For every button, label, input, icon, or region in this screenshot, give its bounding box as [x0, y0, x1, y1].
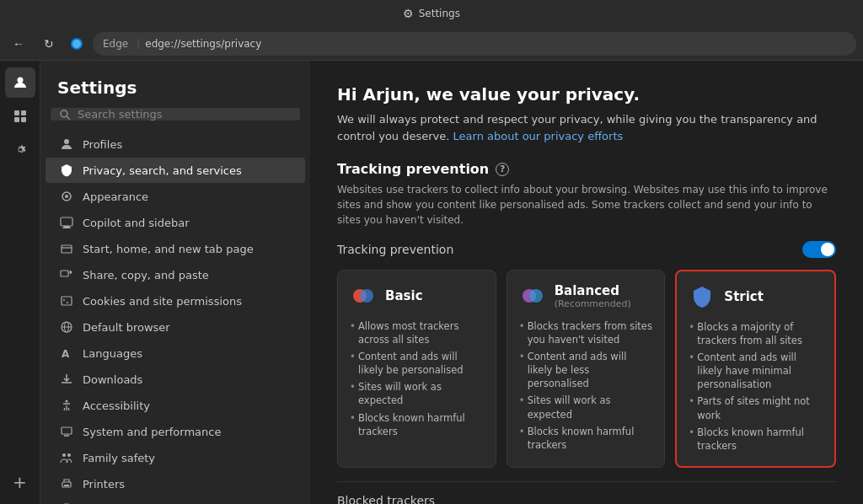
- svg-rect-11: [62, 245, 72, 253]
- sidebar-item-cookies[interactable]: Cookies and site permissions: [46, 288, 305, 314]
- card-bullet: Content and ads will likely be personali…: [350, 348, 484, 378]
- balanced-card-icon: [519, 282, 546, 309]
- default-nav-icon: [59, 319, 74, 335]
- sidebar-item-printers[interactable]: Printers: [46, 471, 305, 496]
- svg-point-7: [64, 139, 69, 144]
- card-bullet: Blocks trackers from sites you haven't v…: [519, 318, 653, 348]
- back-button[interactable]: ←: [7, 32, 30, 56]
- privacy-header: Hi Arjun, we value your privacy. We will…: [337, 84, 836, 144]
- titlebar-label: Settings: [419, 8, 460, 19]
- address-bar[interactable]: Edge | edge://settings/privacy: [93, 32, 856, 56]
- svg-point-9: [65, 195, 68, 198]
- blocked-chevron-icon: ›: [831, 501, 836, 504]
- tracking-info-icon[interactable]: ?: [496, 163, 509, 176]
- svg-rect-12: [61, 271, 68, 276]
- nav-items: ProfilesPrivacy, search, and servicesApp…: [40, 131, 310, 504]
- refresh-button[interactable]: ↻: [37, 32, 61, 56]
- sidebar-item-system[interactable]: System and performance: [46, 419, 305, 444]
- sidebar-item-default[interactable]: Default browser: [46, 314, 305, 340]
- privacy-nav-icon: [59, 163, 74, 178]
- tracking-cards: BasicAllows most trackers across all sit…: [337, 270, 836, 468]
- languages-label: Languages: [83, 347, 142, 360]
- sidebar-item-newtab[interactable]: Start, home, and new tab page: [46, 236, 305, 261]
- card-bullet: Allows most trackers across all sites: [350, 318, 484, 348]
- svg-point-22: [67, 453, 71, 457]
- rail-profile-icon[interactable]: [5, 67, 35, 98]
- tracking-toggle-label: Tracking prevention: [337, 243, 453, 256]
- svg-point-30: [529, 289, 543, 303]
- svg-rect-13: [62, 297, 72, 305]
- profiles-nav-icon: [59, 137, 74, 152]
- card-bullet: Blocks known harmful trackers: [689, 424, 823, 454]
- svg-rect-2: [21, 110, 26, 115]
- card-bullet: Content and ads will likely have minimal…: [689, 349, 823, 393]
- sidebar-title: Settings: [40, 61, 310, 108]
- appearance-nav-icon: [59, 189, 74, 204]
- browser-rail: +: [0, 61, 40, 504]
- titlebar: ⚙ Settings: [0, 0, 863, 27]
- rail-add-icon[interactable]: +: [5, 467, 35, 497]
- sidebar-item-copilot[interactable]: Copilot and sidebar: [46, 210, 305, 235]
- balanced-card-title: Balanced: [555, 283, 631, 298]
- downloads-nav-icon: [59, 372, 74, 387]
- balanced-card-subtitle: (Recommended): [555, 298, 631, 309]
- newtab-label: Start, home, and new tab page: [83, 243, 254, 255]
- share-label: Share, copy, and paste: [83, 269, 209, 281]
- card-basic[interactable]: BasicAllows most trackers across all sit…: [337, 270, 496, 468]
- svg-rect-10: [61, 217, 72, 226]
- svg-line-6: [67, 116, 70, 120]
- card-strict[interactable]: StrictBlocks a majority of trackers from…: [675, 270, 836, 468]
- copilot-label: Copilot and sidebar: [83, 217, 189, 229]
- card-bullet: Blocks known harmful trackers: [350, 410, 484, 440]
- svg-point-0: [17, 78, 23, 83]
- card-bullet: Parts of sites might not work: [689, 393, 823, 423]
- basic-card-icon: [350, 282, 377, 309]
- card-bullet: Content and ads will likely be less pers…: [519, 348, 653, 392]
- share-nav-icon: [59, 267, 74, 282]
- sidebar-item-accessibility[interactable]: Accessibility: [46, 393, 305, 418]
- sidebar-item-privacy[interactable]: Privacy, search, and services: [46, 158, 305, 183]
- svg-text:A: A: [62, 348, 70, 360]
- sidebar-item-appearance[interactable]: Appearance: [46, 184, 305, 209]
- strict-card-title: Strict: [724, 289, 764, 304]
- svg-rect-4: [21, 117, 26, 122]
- sidebar-item-family[interactable]: Family safety: [46, 445, 305, 470]
- settings-sidebar: Settings Search settings ProfilesPrivacy…: [40, 61, 310, 504]
- card-bullet: Sites will work as expected: [519, 392, 653, 422]
- sidebar-item-profiles[interactable]: Profiles: [46, 131, 305, 157]
- svg-point-21: [62, 453, 66, 457]
- edge-logo: [67, 35, 86, 53]
- sidebar-item-downloads[interactable]: Downloads: [46, 367, 305, 392]
- tracking-section-title: Tracking prevention ?: [337, 161, 836, 177]
- card-bullet: Blocks known harmful trackers: [519, 423, 653, 453]
- accessibility-label: Accessibility: [83, 399, 150, 412]
- privacy-label: Privacy, search, and services: [83, 164, 242, 177]
- tracking-toggle[interactable]: [802, 241, 836, 258]
- list-rows: Blocked trackersView the sites that we'v…: [337, 481, 836, 504]
- learn-link[interactable]: Learn about our privacy efforts: [453, 130, 624, 142]
- printers-nav-icon: [59, 476, 74, 491]
- copilot-nav-icon: [59, 215, 74, 230]
- search-placeholder: Search settings: [78, 108, 163, 121]
- svg-rect-24: [64, 485, 69, 486]
- family-label: Family safety: [83, 452, 155, 464]
- languages-nav-icon: A: [59, 346, 74, 361]
- svg-rect-1: [14, 110, 19, 115]
- list-row-blocked[interactable]: Blocked trackersView the sites that we'v…: [337, 481, 836, 504]
- system-nav-icon: [59, 424, 74, 439]
- settings-gear-icon: ⚙: [403, 7, 414, 20]
- card-balanced[interactable]: Balanced(Recommended)Blocks trackers fro…: [507, 270, 666, 468]
- rail-collections-icon[interactable]: [5, 101, 35, 131]
- card-bullet: Sites will work as expected: [350, 378, 484, 409]
- cookies-label: Cookies and site permissions: [83, 295, 242, 308]
- tracking-header: Tracking prevention: [337, 241, 836, 258]
- sidebar-item-phone[interactable]: Phone and other devices: [46, 497, 305, 504]
- search-box[interactable]: Search settings: [51, 108, 300, 121]
- rail-settings-icon[interactable]: [5, 135, 35, 165]
- sidebar-item-share[interactable]: Share, copy, and paste: [46, 262, 305, 287]
- sidebar-item-languages[interactable]: ALanguages: [46, 340, 305, 366]
- printers-label: Printers: [83, 478, 125, 491]
- search-icon: [59, 109, 71, 121]
- accessibility-nav-icon: [59, 398, 74, 413]
- intro-text: We will always protect and respect your …: [337, 111, 836, 144]
